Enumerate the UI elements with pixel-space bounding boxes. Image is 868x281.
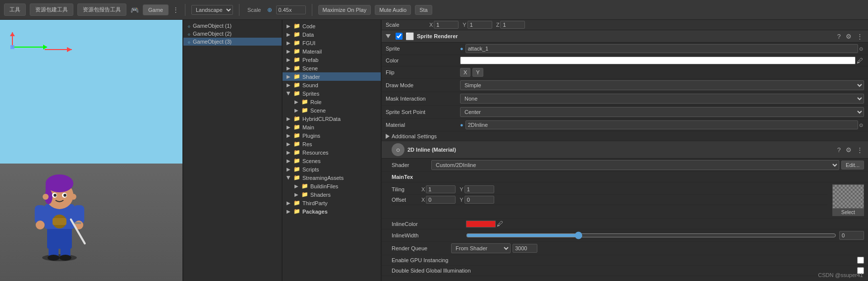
fb-role[interactable]: ▶ 📁 Role — [283, 98, 381, 106]
fb-data[interactable]: ▶ 📁 Data — [283, 30, 381, 39]
render-queue-select[interactable]: From Shader — [451, 243, 511, 253]
double-sided-label: Double Sided Global Illumination — [392, 268, 857, 274]
flip-x-btn[interactable]: X — [460, 68, 470, 77]
inline-color-eyedropper-btn[interactable]: 🖊 — [496, 220, 504, 227]
fb-main[interactable]: ▶ 📁 Main — [283, 123, 381, 131]
fb-streamingassets[interactable]: ▶ 📁 StreamingAssets — [283, 173, 381, 182]
inspector-panel: Scale X Y Z ⬜ Sprite Render — [382, 20, 868, 281]
hierarchy-item-go3[interactable]: ⬦ GameObject (3) — [183, 38, 282, 46]
scene-select[interactable]: Landscape — [191, 5, 233, 15]
draw-mode-select[interactable]: Simple — [460, 80, 864, 90]
material-label: Material — [386, 122, 460, 128]
inline-width-input[interactable] — [839, 231, 864, 240]
tiling-x-input[interactable] — [426, 185, 456, 193]
settings-icon-btn[interactable]: ⚙ — [845, 33, 853, 40]
shader-select[interactable]: Custom/2DInline — [431, 160, 839, 170]
toolbar-menu-icon[interactable]: ⋮ — [173, 6, 179, 13]
render-queue-num[interactable] — [513, 244, 537, 253]
shader-label: Shader — [392, 162, 431, 168]
red-arrow-indicator — [45, 45, 79, 55]
offset-x-input[interactable] — [426, 196, 456, 204]
fb-code[interactable]: ▶ 📁 Code — [283, 22, 381, 30]
material-overflow-icon-btn[interactable]: ⋮ — [856, 146, 864, 154]
folder-icon: 📁 — [293, 132, 300, 139]
inline-color-picker[interactable] — [466, 221, 496, 227]
mask-interaction-select[interactable]: None — [460, 94, 864, 104]
shader-edit-btn[interactable]: Edit... — [841, 161, 864, 169]
fb-fgui[interactable]: ▶ 📁 FGUI — [283, 39, 381, 47]
draw-mode-row: Draw Mode Simple — [382, 79, 868, 92]
scale-y-input[interactable] — [467, 21, 492, 29]
toolbar-tab-tool[interactable]: 工具 — [4, 3, 26, 16]
tiling-y-input[interactable] — [464, 185, 494, 193]
toolbar-tab-game[interactable]: Game — [143, 4, 169, 15]
scale-input[interactable] — [276, 5, 306, 14]
draw-mode-label: Draw Mode — [386, 82, 460, 88]
fb-res[interactable]: ▶ 📁 Res — [283, 140, 381, 148]
fb-packages[interactable]: ▶ 📁 Packages — [283, 207, 381, 216]
expand-arrow-icon — [386, 34, 391, 38]
sprite-renderer-icon: ⬜ — [405, 32, 414, 40]
material-section-title: 2D Inline (Material) — [407, 147, 456, 153]
overflow-icon-btn[interactable]: ⋮ — [856, 33, 864, 40]
render-queue-row: Render Queue From Shader — [382, 242, 868, 255]
maximize-on-play-btn[interactable]: Maximize On Play — [318, 5, 371, 15]
fb-scenes[interactable]: ▶ 📁 Scenes — [283, 157, 381, 165]
inline-width-slider[interactable] — [466, 232, 836, 239]
fb-shaders[interactable]: ▶ 📁 Shaders — [283, 190, 381, 199]
hierarchy-item-go1[interactable]: ⬦ GameObject (1) — [183, 22, 282, 30]
sprite-select-icon-btn[interactable]: ⊙ — [858, 46, 864, 52]
material-value: ● ⊙ — [460, 120, 864, 129]
offset-y-input[interactable] — [464, 196, 494, 204]
fb-buildinfiles[interactable]: ▶ 📁 BuildinFiles — [283, 182, 381, 190]
tiling-x-axis: X — [421, 186, 425, 192]
texture-select-btn[interactable]: Select — [832, 208, 864, 216]
material-settings-icon-btn[interactable]: ⚙ — [845, 146, 853, 154]
toolbar-sep-3 — [312, 4, 312, 16]
fb-shader[interactable]: ▶ 📁 Shader — [283, 72, 381, 81]
material-select-icon-btn[interactable]: ⊙ — [858, 122, 864, 128]
sprite-sort-select[interactable]: Center — [460, 107, 864, 117]
csdn-watermark: CSDN @ssuper41 — [818, 272, 863, 278]
toolbar-sep-1 — [185, 4, 185, 16]
fb-plugins[interactable]: ▶ 📁 Plugins — [283, 131, 381, 140]
gpu-instancing-checkbox[interactable] — [857, 257, 864, 264]
scale-z-field: Z — [496, 21, 525, 29]
scale-x-input[interactable] — [434, 21, 459, 29]
stats-btn[interactable]: Sta — [415, 5, 432, 15]
sprite-input[interactable] — [465, 44, 858, 53]
sprite-row: Sprite ● ⊙ — [382, 43, 868, 55]
help-icon-btn[interactable]: ? — [836, 33, 842, 40]
material-section-header[interactable]: ○ 2D Inline (Material) ? ⚙ ⋮ — [382, 141, 868, 159]
fb-sound[interactable]: ▶ 📁 Sound — [283, 81, 381, 89]
fb-resources[interactable]: ▶ 📁 Resources — [283, 148, 381, 157]
fb-scene[interactable]: ▶ 📁 Scene — [283, 64, 381, 72]
material-input[interactable] — [465, 120, 858, 129]
texture-thumbnail-container: Select — [832, 184, 864, 216]
toolbar-tab-assetbuild[interactable]: 资源包建工具 — [30, 3, 73, 16]
folder-icon: 📁 — [293, 48, 300, 55]
hierarchy-item-go2[interactable]: ⬦ GameObject (2) — [183, 30, 282, 38]
fb-materail[interactable]: ▶ 📁 Materail — [283, 47, 381, 56]
folder-icon: 📁 — [293, 141, 300, 147]
arrow-icon: ▶ — [287, 158, 290, 164]
fb-scene2[interactable]: ▶ 📁 Scene — [283, 106, 381, 114]
eyedropper-icon-btn[interactable]: 🖊 — [856, 57, 864, 64]
svg-point-20 — [48, 255, 59, 261]
fb-thirdparty[interactable]: ▶ 📁 ThirdParty — [283, 199, 381, 207]
additional-settings-row[interactable]: Additional Settings — [382, 131, 868, 141]
fb-hybridclr[interactable]: ▶ 📁 HybridCLRData — [283, 114, 381, 123]
folder-icon: 📁 — [293, 166, 300, 172]
mute-audio-btn[interactable]: Mute Audio — [375, 5, 411, 15]
sprite-renderer-header[interactable]: ⬜ Sprite Renderer ? ⚙ ⋮ — [382, 30, 868, 43]
fb-scripts[interactable]: ▶ 📁 Scripts — [283, 165, 381, 173]
svg-point-21 — [59, 255, 71, 261]
color-picker[interactable] — [460, 56, 856, 64]
sprite-renderer-checkbox[interactable] — [396, 33, 403, 40]
scale-z-input[interactable] — [500, 21, 525, 29]
fb-sprites[interactable]: ▶ 📁 Sprites — [283, 89, 381, 98]
fb-prefab[interactable]: ▶ 📁 Prefab — [283, 56, 381, 64]
flip-y-btn[interactable]: Y — [472, 68, 483, 77]
toolbar-tab-assetreport[interactable]: 资源包报告工具 — [77, 3, 126, 16]
material-help-icon-btn[interactable]: ? — [836, 146, 842, 154]
